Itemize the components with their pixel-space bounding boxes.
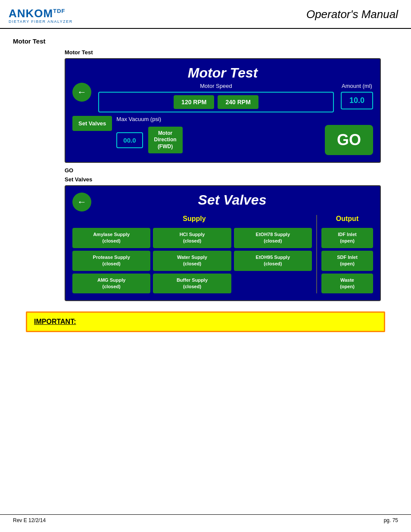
protease-supply-btn[interactable]: Protease Supply(closed) — [72, 251, 150, 271]
amount-value: 10.0 — [341, 92, 373, 109]
etoh95-supply-btn[interactable]: EtOH95 Supply(closed) — [234, 251, 312, 271]
sv-screen-top: ← Set Valves — [72, 192, 373, 212]
rpm-buttons-group: 120 RPM 240 RPM — [98, 92, 334, 112]
motor-back-button[interactable]: ← — [72, 83, 91, 102]
page-header: ANKOMTDF DIETARY FIBER ANALYZER Operator… — [0, 0, 411, 29]
motor-top-row: ← Motor Speed 120 RPM 240 RPM Amount (ml… — [72, 83, 373, 112]
back-arrow-icon: ← — [77, 87, 87, 98]
motor-dir-line2: Direction — [154, 137, 177, 143]
set-valves-row: Set Valves Max Vacuum (psi) 00.0 Motor D… — [72, 116, 373, 155]
motor-test-screen: Motor Test ← Motor Speed 120 RPM 240 RPM… — [65, 58, 381, 163]
vacuum-row: 00.0 Motor Direction (FWD) GO — [116, 125, 373, 155]
important-label: IMPORTANT: — [34, 318, 76, 325]
go-label: GO — [65, 167, 398, 174]
output-header: Output — [321, 215, 373, 224]
set-valves-screen: ← Set Valves Supply Amylase Supply(close… — [65, 185, 381, 301]
motor-test-label: Motor Test — [65, 49, 398, 56]
logo-super: TDF — [53, 8, 65, 14]
buffer-supply-btn[interactable]: Buffer Supply(closed) — [153, 274, 231, 294]
amount-label: Amount (ml) — [341, 83, 373, 89]
logo-sub: DIETARY FIBER ANALYZER — [9, 19, 73, 24]
sv-output-column: Output IDF Inlet(open) SDF Inlet(open) W… — [317, 215, 373, 293]
max-vacuum-area: Max Vacuum (psi) 00.0 Motor Direction (F… — [116, 116, 373, 155]
page-number: pg. 75 — [384, 517, 398, 523]
logo-text: ANKOM — [9, 7, 53, 20]
manual-title: Operator's Manual — [306, 8, 398, 21]
sv-screen-title: Set Valves — [91, 192, 373, 208]
sv-back-button[interactable]: ← — [72, 193, 91, 212]
motor-dir-button[interactable]: Motor Direction (FWD) — [148, 127, 183, 154]
motor-speed-area: Motor Speed 120 RPM 240 RPM — [98, 83, 334, 112]
waste-btn[interactable]: Waste(open) — [321, 274, 373, 294]
go-button[interactable]: GO — [325, 125, 373, 155]
supply-header: Supply — [72, 215, 316, 224]
rpm-240-button[interactable]: 240 RPM — [218, 95, 258, 109]
max-vacuum-label: Max Vacuum (psi) — [116, 116, 373, 122]
grid-spacer — [234, 274, 312, 294]
motor-speed-label: Motor Speed — [98, 83, 334, 89]
set-valves-button[interactable]: Set Valves — [72, 116, 112, 131]
revision-text: Rev E 12/2/14 — [13, 517, 46, 523]
sv-title-wrap: Set Valves — [91, 192, 373, 212]
sv-supply-column: Supply Amylase Supply(closed) HCl Supply… — [72, 215, 317, 293]
page-footer: Rev E 12/2/14 pg. 75 — [0, 514, 411, 523]
sv-output-btns: IDF Inlet(open) SDF Inlet(open) Waste(op… — [321, 228, 373, 293]
amg-supply-btn[interactable]: AMG Supply(closed) — [72, 274, 150, 294]
rpm-120-button[interactable]: 120 RPM — [174, 95, 214, 109]
logo-ankom: ANKOMTDF — [9, 8, 65, 19]
motor-dir-line3: (FWD) — [158, 143, 173, 149]
idf-inlet-btn[interactable]: IDF Inlet(open) — [321, 228, 373, 248]
sv-back-arrow-icon: ← — [77, 196, 87, 208]
set-valves-label: Set Valves — [65, 176, 398, 183]
amount-area: Amount (ml) 10.0 — [341, 83, 373, 109]
section-title: Motor Test — [13, 37, 398, 45]
amylase-supply-btn[interactable]: Amylase Supply(closed) — [72, 228, 150, 248]
logo-area: ANKOMTDF DIETARY FIBER ANALYZER — [9, 8, 73, 24]
vacuum-value: 00.0 — [116, 132, 143, 148]
motor-screen-title: Motor Test — [72, 65, 373, 81]
sdf-inlet-btn[interactable]: SDF Inlet(open) — [321, 251, 373, 271]
water-supply-btn[interactable]: Water Supply(closed) — [153, 251, 231, 271]
important-box: IMPORTANT: — [26, 311, 385, 332]
motor-dir-line1: Motor — [158, 130, 172, 136]
sv-supply-grid: Amylase Supply(closed) HCl Supply(closed… — [72, 228, 316, 293]
hcl-supply-btn[interactable]: HCl Supply(closed) — [153, 228, 231, 248]
sv-columns: Supply Amylase Supply(closed) HCl Supply… — [72, 215, 373, 293]
etoh78-supply-btn[interactable]: EtOH78 Supply(closed) — [234, 228, 312, 248]
page-content: Motor Test Motor Test Motor Test ← Motor… — [0, 29, 411, 349]
